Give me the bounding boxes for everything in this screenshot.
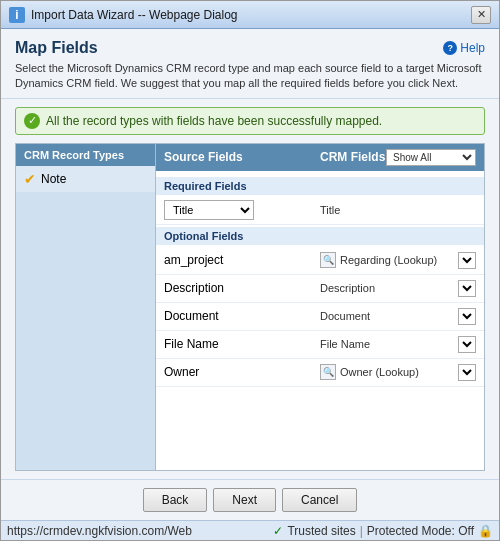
source-field-description: Description bbox=[164, 281, 320, 295]
table-row: Owner 🔍 Owner (Lookup) ▼ bbox=[156, 359, 484, 387]
cancel-button[interactable]: Cancel bbox=[282, 488, 357, 512]
success-icon: ✓ bbox=[24, 113, 40, 129]
table-row: Title Title bbox=[156, 197, 484, 225]
left-panel-header: CRM Record Types bbox=[16, 144, 155, 166]
amproject-crm-select[interactable]: ▼ bbox=[458, 252, 476, 269]
record-type-label: Note bbox=[41, 172, 66, 186]
source-value-description: Description bbox=[164, 281, 224, 295]
table-row: am_project 🔍 Regarding (Lookup) ▼ bbox=[156, 247, 484, 275]
crm-field-amproject: 🔍 Regarding (Lookup) ▼ bbox=[320, 252, 476, 269]
check-icon: ✔ bbox=[24, 171, 36, 187]
crm-row-owner: 🔍 Owner (Lookup) bbox=[320, 364, 455, 380]
trusted-checkmark: ✓ bbox=[273, 524, 283, 538]
status-url: https://crmdev.ngkfvision.com/Web bbox=[7, 524, 269, 538]
page-header: Map Fields ? Help Select the Microsoft D… bbox=[1, 29, 499, 99]
description-crm-select[interactable]: ▼ bbox=[458, 280, 476, 297]
lookup-icon: 🔍 bbox=[320, 252, 336, 268]
close-button[interactable]: ✕ bbox=[471, 6, 491, 24]
crm-value-document: Document bbox=[320, 310, 370, 322]
crm-field-filename: File Name ▼ bbox=[320, 336, 476, 353]
title-bar-left: i Import Data Wizard -- Webpage Dialog bbox=[9, 7, 238, 23]
show-all-select[interactable]: Show All Required Only Optional Only bbox=[386, 149, 476, 166]
status-divider-1: | bbox=[360, 524, 363, 538]
help-icon: ? bbox=[443, 41, 457, 55]
page-description: Select the Microsoft Dynamics CRM record… bbox=[15, 61, 485, 92]
protected-mode-label: Protected Mode: Off bbox=[367, 524, 474, 538]
left-panel: CRM Record Types ✔ Note bbox=[16, 144, 156, 470]
required-fields-label: Required Fields bbox=[156, 177, 484, 195]
document-crm-select[interactable]: ▼ bbox=[458, 308, 476, 325]
body-area: CRM Record Types ✔ Note Source Fields CR… bbox=[15, 143, 485, 471]
status-bar: https://crmdev.ngkfvision.com/Web ✓ Trus… bbox=[1, 520, 499, 540]
title-bar-text: Import Data Wizard -- Webpage Dialog bbox=[31, 8, 238, 22]
footer-nav: Back Next Cancel bbox=[1, 479, 499, 520]
success-message: All the record types with fields have be… bbox=[46, 114, 382, 128]
crm-value-title: Title bbox=[320, 204, 340, 216]
source-value-document: Document bbox=[164, 309, 219, 323]
title-source-select[interactable]: Title bbox=[164, 200, 254, 220]
right-panel: Source Fields CRM Fields Show All Requir… bbox=[156, 144, 484, 470]
crm-field-owner: 🔍 Owner (Lookup) ▼ bbox=[320, 364, 476, 381]
source-fields-header: Source Fields bbox=[164, 150, 320, 164]
crm-field-description: Description ▼ bbox=[320, 280, 476, 297]
source-value-filename: File Name bbox=[164, 337, 219, 351]
table-row: File Name File Name ▼ bbox=[156, 331, 484, 359]
success-bar: ✓ All the record types with fields have … bbox=[15, 107, 485, 135]
crm-value-owner: Owner (Lookup) bbox=[340, 366, 419, 378]
crm-row-description: Description bbox=[320, 282, 455, 294]
list-item[interactable]: ✔ Note bbox=[16, 166, 155, 192]
title-bar: i Import Data Wizard -- Webpage Dialog ✕ bbox=[1, 1, 499, 29]
crm-field-title: Title bbox=[320, 204, 476, 216]
crm-fields-header: CRM Fields Show All Required Only Option… bbox=[320, 149, 476, 166]
crm-value-amproject: Regarding (Lookup) bbox=[340, 254, 437, 266]
help-label: Help bbox=[460, 41, 485, 55]
trusted-label: Trusted sites bbox=[287, 524, 355, 538]
page-header-row: Map Fields ? Help bbox=[15, 39, 485, 57]
source-field-title: Title bbox=[164, 200, 320, 220]
crm-row-amproject: 🔍 Regarding (Lookup) bbox=[320, 252, 455, 268]
main-content: Map Fields ? Help Select the Microsoft D… bbox=[1, 29, 499, 520]
next-button[interactable]: Next bbox=[213, 488, 276, 512]
crm-field-document: Document ▼ bbox=[320, 308, 476, 325]
help-link[interactable]: ? Help bbox=[443, 41, 485, 55]
source-field-owner: Owner bbox=[164, 365, 320, 379]
optional-fields-label: Optional Fields bbox=[156, 227, 484, 245]
source-value-amproject: am_project bbox=[164, 253, 223, 267]
right-panel-header: Source Fields CRM Fields Show All Requir… bbox=[156, 144, 484, 171]
crm-row-document: Document bbox=[320, 310, 455, 322]
crm-value-filename: File Name bbox=[320, 338, 370, 350]
source-field-filename: File Name bbox=[164, 337, 320, 351]
page-title: Map Fields bbox=[15, 39, 98, 57]
right-panel-body: Required Fields Title Title Optional Fie… bbox=[156, 171, 484, 470]
app-icon: i bbox=[9, 7, 25, 23]
crm-value-description: Description bbox=[320, 282, 375, 294]
back-button[interactable]: Back bbox=[143, 488, 208, 512]
filename-crm-select[interactable]: ▼ bbox=[458, 336, 476, 353]
source-field-document: Document bbox=[164, 309, 320, 323]
lookup-icon-owner: 🔍 bbox=[320, 364, 336, 380]
table-row: Document Document ▼ bbox=[156, 303, 484, 331]
lock-icon: 🔒 bbox=[478, 524, 493, 538]
crm-row-filename: File Name bbox=[320, 338, 455, 350]
owner-crm-select[interactable]: ▼ bbox=[458, 364, 476, 381]
source-value-owner: Owner bbox=[164, 365, 199, 379]
source-field-amproject: am_project bbox=[164, 253, 320, 267]
table-row: Description Description ▼ bbox=[156, 275, 484, 303]
